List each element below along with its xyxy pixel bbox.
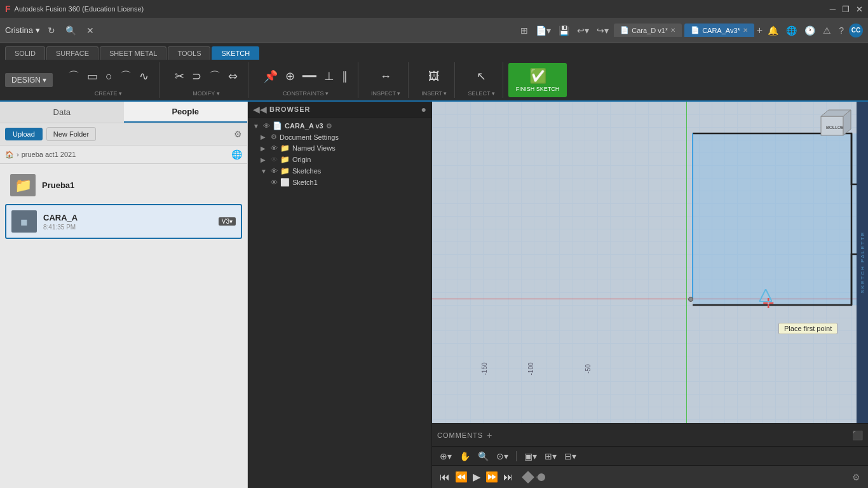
finish-sketch-button[interactable]: ✅ FINISH SKETCH xyxy=(508,63,567,97)
insert-tool[interactable]: 🖼 xyxy=(426,69,442,83)
redo-button[interactable]: ↪▾ xyxy=(594,24,611,37)
undo-button[interactable]: ↩▾ xyxy=(574,24,592,37)
file-menu-button[interactable]: 📄▾ xyxy=(533,24,553,37)
tab-people[interactable]: People xyxy=(124,102,248,123)
offset-tool[interactable]: ⊃ xyxy=(189,69,204,83)
panel-settings-button[interactable]: ⚙ xyxy=(234,129,242,139)
zoom-fit-button[interactable]: ⊙▾ xyxy=(494,450,511,463)
circle-tool[interactable]: ○ xyxy=(103,69,115,83)
tree-item-named-views[interactable]: ▶ 👁 📁 Named Views xyxy=(248,142,431,154)
comments-collapse-button[interactable]: ⬛ xyxy=(852,430,863,440)
tree-settings-icon: ⚙ xyxy=(271,133,277,141)
list-item[interactable]: 📁 Prueba1 xyxy=(5,169,242,201)
help-button[interactable]: ? xyxy=(836,24,846,37)
trim-tool[interactable]: ✂ xyxy=(172,69,187,83)
pan-button[interactable]: ✋ xyxy=(457,450,473,463)
design-dropdown[interactable]: DESIGN ▾ xyxy=(5,73,53,87)
file-info: CARA_A 8:41:35 PM xyxy=(43,213,212,231)
viewport-canvas[interactable]: ✛ -150 -100 -50 Place first point xyxy=(432,102,868,423)
apps-grid-button[interactable]: ⊞ xyxy=(518,24,531,37)
notification-button[interactable]: 🔔 xyxy=(765,24,781,37)
tab-sketch[interactable]: SKETCH xyxy=(212,46,259,60)
refresh-button[interactable]: ↻ xyxy=(45,24,58,37)
tree-item-sketch1[interactable]: 👁 ⬜ Sketch1 xyxy=(248,177,431,188)
select-tool[interactable]: ↖ xyxy=(474,69,489,83)
dimension-tool[interactable]: ↔ xyxy=(377,69,394,83)
tree-item-cara-a[interactable]: ▼ 👁 📄 CARA_A v3 ⚙ xyxy=(248,120,431,132)
save-button[interactable]: 💾 xyxy=(556,24,572,37)
tree-toggle-cara-a[interactable]: ▼ xyxy=(253,123,261,130)
tree-item-sketches[interactable]: ▼ 👁 📁 Sketches xyxy=(248,165,431,177)
arc-tool[interactable]: ⌒ xyxy=(118,69,134,83)
tab-data[interactable]: Data xyxy=(0,102,124,123)
fwd-end-button[interactable]: ⏭ xyxy=(503,471,513,483)
tree-toggle-named-views[interactable]: ▶ xyxy=(261,145,268,152)
coincident-tool[interactable]: ⊕ xyxy=(283,69,297,83)
tree-eye-origin[interactable]: 👁 xyxy=(271,156,278,163)
browser-header: ◀◀ BROWSER ● xyxy=(248,102,431,118)
tree-item-doc-settings[interactable]: ▶ ⚙ Document Settings xyxy=(248,132,431,142)
tab-add-button[interactable]: + xyxy=(757,25,763,36)
tree-eye-cara-a[interactable]: 👁 xyxy=(263,122,270,130)
fix-tool[interactable]: 📌 xyxy=(261,69,280,83)
sketch-palette[interactable]: SKETCH PALETTE xyxy=(857,102,868,423)
tree-toggle-origin[interactable]: ▶ xyxy=(261,156,268,163)
minimize-button[interactable]: ─ xyxy=(830,4,836,14)
tab-sheet-metal[interactable]: SHEET METAL xyxy=(100,46,166,60)
browser-collapse-button[interactable]: ◀◀ xyxy=(253,104,267,114)
clock-button[interactable]: 🕐 xyxy=(802,24,818,37)
playback-settings-button[interactable]: ⚙ xyxy=(852,472,860,482)
mirror-tool[interactable]: ⇔ xyxy=(226,69,240,83)
tab-cara-d[interactable]: 📄 Cara_D v1* ✕ xyxy=(614,24,682,37)
browser-pin-button[interactable]: ● xyxy=(421,104,426,114)
rect-tool[interactable]: ▭ xyxy=(85,69,100,83)
next-frame-button[interactable]: ⏩ xyxy=(485,471,498,483)
version-badge[interactable]: V3▾ xyxy=(219,217,236,226)
tree-gear-cara-a[interactable]: ⚙ xyxy=(326,122,332,130)
tree-eye-sketch1[interactable]: 👁 xyxy=(271,179,278,186)
orbit-button[interactable]: ⊕▾ xyxy=(437,450,454,463)
play-button[interactable]: ▶ xyxy=(473,471,480,483)
view-cube[interactable]: BOLLO8 xyxy=(815,107,853,145)
breadcrumb-path[interactable]: prueba act1 2021 xyxy=(22,151,76,158)
timeline-thumb[interactable] xyxy=(538,473,545,481)
perpendicular-tool[interactable]: ⊥ xyxy=(322,69,337,83)
grid-button[interactable]: ⊞▾ xyxy=(542,450,559,463)
tree-eye-named-views[interactable]: 👁 xyxy=(271,144,278,152)
close-panel-button[interactable]: ✕ xyxy=(84,24,97,37)
tab-cara-a-close[interactable]: ✕ xyxy=(743,27,748,34)
user-section[interactable]: Cristina ▾ xyxy=(5,25,40,35)
comments-add-button[interactable]: + xyxy=(487,430,492,440)
tree-eye-sketches[interactable]: 👁 xyxy=(271,167,278,175)
panel-tabs: Data People xyxy=(0,102,247,123)
tab-cara-d-close[interactable]: ✕ xyxy=(670,27,675,34)
restore-button[interactable]: ❐ xyxy=(842,4,850,14)
timeline-bar[interactable] xyxy=(536,476,544,478)
network-button[interactable]: 🌐 xyxy=(783,24,799,37)
display-button[interactable]: ▣▾ xyxy=(522,450,539,463)
fillet-tool[interactable]: ⌒ xyxy=(207,69,223,83)
tree-item-origin[interactable]: ▶ 👁 📁 Origin xyxy=(248,154,431,165)
tab-tools[interactable]: TOOLS xyxy=(168,46,210,60)
new-folder-button[interactable]: New Folder xyxy=(46,127,96,141)
viewport: ✛ -150 -100 -50 Place first point xyxy=(432,102,868,488)
list-item[interactable]: ◼ CARA_A 8:41:35 PM V3▾ xyxy=(5,204,242,239)
alerts-button[interactable]: ⚠ xyxy=(820,24,834,37)
rewind-start-button[interactable]: ⏮ xyxy=(440,471,450,483)
tab-cara-a[interactable]: 📄 CARA_Av3* ✕ xyxy=(684,24,754,37)
parallel-tool[interactable]: ∥ xyxy=(339,69,350,83)
tree-toggle-doc-settings[interactable]: ▶ xyxy=(261,133,268,140)
prev-frame-button[interactable]: ⏪ xyxy=(455,471,468,483)
close-button[interactable]: ✕ xyxy=(856,4,863,14)
search-button[interactable]: 🔍 xyxy=(63,24,79,37)
tab-surface[interactable]: SURFACE xyxy=(46,46,98,60)
horizontal-tool[interactable]: ━━ xyxy=(300,69,319,83)
env-button[interactable]: ⊟▾ xyxy=(562,450,579,463)
spline-tool[interactable]: ∿ xyxy=(137,69,151,83)
breadcrumb-home[interactable]: 🏠 xyxy=(5,151,14,159)
tree-toggle-sketches[interactable]: ▼ xyxy=(261,168,268,175)
zoom-button[interactable]: 🔍 xyxy=(475,450,491,463)
line-tool[interactable]: ⌒ xyxy=(65,69,82,84)
tab-solid[interactable]: SOLID xyxy=(5,46,45,60)
upload-button[interactable]: Upload xyxy=(5,128,43,140)
